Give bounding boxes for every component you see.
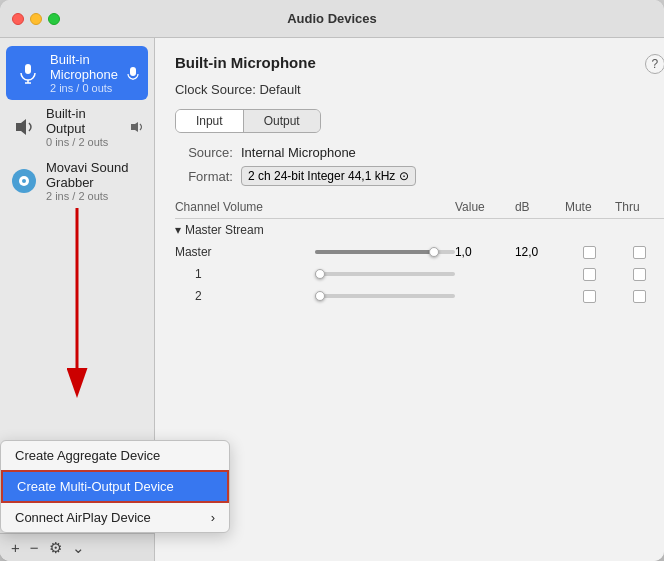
- row-label-ch1: 1: [175, 267, 315, 281]
- movavi-icon: [10, 167, 38, 195]
- speaker-icon: [10, 113, 38, 141]
- sidebar-bottom: Create Aggregate Device Create Multi-Out…: [0, 533, 154, 561]
- ch1-thru-cell: [615, 268, 664, 281]
- detail-panel: Built-in Microphone ? Clock Source: Defa…: [155, 38, 664, 561]
- master-slider-container[interactable]: [315, 250, 455, 254]
- airplay-submenu-arrow: ›: [211, 510, 215, 525]
- detail-header: Built-in Microphone ?: [175, 54, 664, 74]
- ch1-mute-checkbox[interactable]: [583, 268, 596, 281]
- section-chevron-icon: ▾: [175, 223, 181, 237]
- row-label-ch2: 2: [175, 289, 315, 303]
- ch1-slider-thumb[interactable]: [315, 269, 325, 279]
- device-name-output: Built-in Output: [46, 106, 122, 136]
- output-speaker-icon: [130, 122, 144, 132]
- svg-marker-5: [16, 119, 26, 135]
- settings-button[interactable]: ⚙: [46, 539, 65, 557]
- mic-icon: [14, 59, 42, 87]
- help-button[interactable]: ?: [645, 54, 664, 74]
- ch1-slider-container[interactable]: [315, 272, 455, 276]
- master-thru-checkbox[interactable]: [633, 246, 646, 259]
- ch2-slider-track[interactable]: [315, 294, 455, 298]
- table-row-ch1: 1: [175, 263, 664, 285]
- device-info-movavi: Movavi Sound Grabber 2 ins / 2 outs: [46, 160, 144, 202]
- col-thru: Thru: [615, 200, 664, 214]
- dropdown-button[interactable]: ⌄: [69, 539, 88, 557]
- menu-item-multi-output[interactable]: Create Multi-Output Device: [1, 470, 229, 503]
- device-info-output: Built-in Output 0 ins / 2 outs: [46, 106, 122, 148]
- source-label: Source:: [175, 145, 233, 160]
- col-value: Value: [455, 200, 515, 214]
- ch1-slider-track[interactable]: [315, 272, 455, 276]
- titlebar: Audio Devices: [0, 0, 664, 38]
- dropdown-menu: Create Aggregate Device Create Multi-Out…: [0, 440, 230, 533]
- section-label-master-stream: Master Stream: [185, 223, 264, 237]
- device-name-mic: Built-in Microphone: [50, 52, 118, 82]
- col-slider: [315, 200, 455, 214]
- format-chevron-icon: ⊙: [399, 169, 409, 183]
- ch1-mute-cell: [565, 268, 615, 281]
- table-row-master: Master 1,0 12,0: [175, 241, 664, 263]
- menu-item-airplay[interactable]: Connect AirPlay Device ›: [1, 503, 229, 532]
- down-arrow-icon: [57, 208, 97, 408]
- ch2-mute-cell: [565, 290, 615, 303]
- master-slider-track[interactable]: [315, 250, 455, 254]
- fullscreen-button[interactable]: [48, 13, 60, 25]
- minimize-button[interactable]: [30, 13, 42, 25]
- device-action-icons: [126, 66, 140, 80]
- master-slider-thumb[interactable]: [429, 247, 439, 257]
- ch2-slider-container[interactable]: [315, 294, 455, 298]
- format-label: Format:: [175, 169, 233, 184]
- table-row-ch2: 2: [175, 285, 664, 307]
- menu-item-aggregate[interactable]: Create Aggregate Device: [1, 441, 229, 470]
- col-db: dB: [515, 200, 565, 214]
- svg-marker-6: [131, 122, 138, 132]
- arrow-annotation: [0, 208, 154, 438]
- output-action-icons: [130, 122, 144, 132]
- device-name-movavi: Movavi Sound Grabber: [46, 160, 144, 190]
- ch2-thru-cell: [615, 290, 664, 303]
- master-db: 12,0: [515, 245, 565, 259]
- sidebar-item-builtin-mic[interactable]: Built-in Microphone 2 ins / 0 outs: [6, 46, 148, 100]
- add-device-button[interactable]: +: [8, 539, 23, 556]
- section-header-master-stream: ▾ Master Stream: [175, 219, 664, 241]
- traffic-lights: [12, 13, 60, 25]
- format-row: Format: 2 ch 24-bit Integer 44,1 kHz ⊙: [175, 166, 664, 186]
- sidebar-item-movavi[interactable]: Movavi Sound Grabber 2 ins / 2 outs: [0, 154, 154, 208]
- clock-source-row: Clock Source: Default: [175, 82, 664, 97]
- device-sub-mic: 2 ins / 0 outs: [50, 82, 118, 94]
- format-select[interactable]: 2 ch 24-bit Integer 44,1 kHz ⊙: [241, 166, 416, 186]
- master-thru-cell: [615, 246, 664, 259]
- table-header: Channel Volume Value dB Mute Thru: [175, 196, 664, 219]
- window-title: Audio Devices: [287, 11, 377, 26]
- master-value: 1,0: [455, 245, 515, 259]
- row-label-master: Master: [175, 245, 315, 259]
- source-value: Internal Microphone: [241, 145, 356, 160]
- mic-status-icon: [126, 66, 140, 80]
- tab-output[interactable]: Output: [244, 110, 320, 132]
- device-sub-output: 0 ins / 2 outs: [46, 136, 122, 148]
- tabs: Input Output: [175, 109, 321, 133]
- clock-source-value: Default: [259, 82, 300, 97]
- detail-title: Built-in Microphone: [175, 54, 316, 71]
- ch2-mute-checkbox[interactable]: [583, 290, 596, 303]
- svg-rect-3: [130, 67, 136, 76]
- ch1-thru-checkbox[interactable]: [633, 268, 646, 281]
- tab-input[interactable]: Input: [176, 110, 244, 132]
- master-mute-cell: [565, 246, 615, 259]
- sidebar-toolbar: + − ⚙ ⌄: [0, 533, 154, 561]
- col-mute: Mute: [565, 200, 615, 214]
- ch2-slider-thumb[interactable]: [315, 291, 325, 301]
- close-button[interactable]: [12, 13, 24, 25]
- device-info-mic: Built-in Microphone 2 ins / 0 outs: [50, 52, 118, 94]
- svg-rect-0: [25, 64, 31, 74]
- main-content: Built-in Microphone 2 ins / 0 outs: [0, 38, 664, 561]
- master-mute-checkbox[interactable]: [583, 246, 596, 259]
- clock-source-label: Clock Source:: [175, 82, 256, 97]
- channel-table: Channel Volume Value dB Mute Thru ▾ Mast…: [175, 196, 664, 545]
- remove-device-button[interactable]: −: [27, 539, 42, 556]
- col-channel-volume: Channel Volume: [175, 200, 315, 214]
- sidebar-item-builtin-output[interactable]: Built-in Output 0 ins / 2 outs: [0, 100, 154, 154]
- source-row: Source: Internal Microphone: [175, 145, 664, 160]
- master-slider-fill: [315, 250, 434, 254]
- ch2-thru-checkbox[interactable]: [633, 290, 646, 303]
